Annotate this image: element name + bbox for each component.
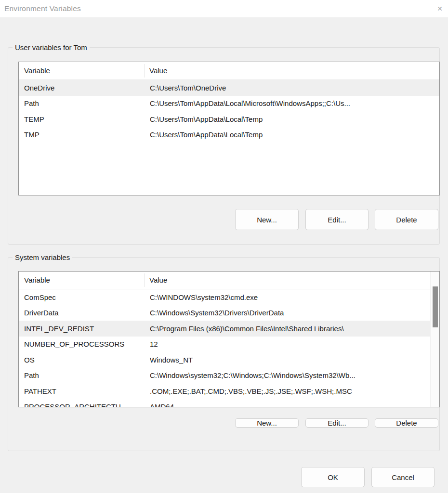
system-edit-button[interactable]: Edit... — [305, 418, 369, 428]
environment-variables-dialog: { "window": { "title": "Environment Vari… — [0, 0, 448, 493]
value-cell: C:\WINDOWS\system32\cmd.exe — [145, 293, 439, 301]
column-header-variable: Variable — [24, 66, 50, 75]
table-row[interactable]: ComSpec C:\WINDOWS\system32\cmd.exe — [19, 289, 439, 305]
variable-cell: DriverData — [19, 309, 145, 317]
value-cell: C:\Users\Tom\AppData\Local\Temp — [145, 130, 439, 139]
system-variables-label: System variables — [13, 252, 72, 262]
value-cell: C:\Windows\System32\Drivers\DriverData — [145, 309, 439, 317]
system-new-button[interactable]: New... — [235, 418, 299, 428]
variable-cell: NUMBER_OF_PROCESSORS — [19, 340, 145, 348]
table-row[interactable]: PATHEXT .COM;.EXE;.BAT;.CMD;.VBS;.VBE;.J… — [19, 383, 439, 399]
system-delete-button[interactable]: Delete — [375, 418, 438, 428]
table-row[interactable]: NUMBER_OF_PROCESSORS 12 — [19, 337, 439, 352]
value-cell: 12 — [145, 340, 439, 348]
table-row[interactable]: Path C:\Users\Tom\AppData\Local\Microsof… — [19, 96, 439, 112]
user-variables-label: User variables for Tom — [13, 42, 90, 52]
value-cell: C:\Windows\system32;C:\Windows;C:\Window… — [145, 371, 439, 379]
user-new-button[interactable]: New... — [235, 209, 299, 230]
value-cell: .COM;.EXE;.BAT;.CMD;.VBS;.VBE;.JS;.JSE;.… — [145, 387, 439, 395]
table-row[interactable]: PROCESSOR_ARCHITECTU... AMD64 — [19, 399, 439, 408]
value-cell: AMD64 — [145, 402, 439, 407]
column-header-value: Value — [149, 276, 167, 284]
system-variables-groupbox: System variables Variable Value ComSpec … — [8, 257, 440, 451]
variable-cell: Path — [19, 99, 145, 107]
variable-cell: PROCESSOR_ARCHITECTU... — [19, 402, 145, 407]
table-row[interactable]: INTEL_DEV_REDIST C:\Program Files (x86)\… — [19, 321, 439, 337]
variable-cell: Path — [19, 371, 145, 379]
variable-cell: TMP — [19, 130, 145, 139]
variable-cell: OS — [19, 356, 145, 364]
table-row[interactable]: OS Windows_NT — [19, 352, 439, 368]
cancel-button[interactable]: Cancel — [371, 467, 435, 487]
table-row[interactable]: OneDrive C:\Users\Tom\OneDrive — [19, 80, 439, 96]
table-row[interactable]: TEMP C:\Users\Tom\AppData\Local\Temp — [19, 111, 439, 127]
variable-cell: INTEL_DEV_REDIST — [19, 324, 145, 333]
variable-cell: PATHEXT — [19, 387, 145, 395]
close-button[interactable]: ✕ — [432, 0, 448, 17]
table-header: Variable Value — [19, 272, 439, 289]
ok-button[interactable]: OK — [301, 467, 365, 487]
window-title: Environment Variables — [4, 0, 81, 17]
column-header-variable: Variable — [24, 276, 50, 284]
scrollbar-thumb[interactable] — [433, 286, 438, 327]
table-header: Variable Value — [19, 62, 439, 80]
variable-cell: ComSpec — [19, 293, 145, 301]
system-variables-table[interactable]: Variable Value ComSpec C:\WINDOWS\system… — [18, 271, 440, 407]
variable-cell: TEMP — [19, 115, 145, 123]
table-row[interactable]: TMP C:\Users\Tom\AppData\Local\Temp — [19, 127, 439, 143]
table-row[interactable]: DriverData C:\Windows\System32\Drivers\D… — [19, 305, 439, 321]
user-variables-groupbox: User variables for Tom Variable Value On… — [8, 47, 440, 245]
value-cell: Windows_NT — [145, 356, 439, 364]
variable-cell: OneDrive — [19, 84, 145, 92]
user-variables-table[interactable]: Variable Value OneDrive C:\Users\Tom\One… — [18, 62, 440, 195]
vertical-scrollbar[interactable] — [430, 272, 439, 407]
column-header-value: Value — [149, 66, 167, 75]
value-cell: C:\Users\Tom\OneDrive — [145, 84, 439, 92]
value-cell: C:\Program Files (x86)\Common Files\Inte… — [145, 324, 439, 333]
user-delete-button[interactable]: Delete — [375, 209, 438, 230]
titlebar: Environment Variables ✕ — [0, 0, 448, 17]
value-cell: C:\Users\Tom\AppData\Local\Microsoft\Win… — [145, 99, 439, 107]
table-row[interactable]: Path C:\Windows\system32;C:\Windows;C:\W… — [19, 368, 439, 384]
close-icon: ✕ — [437, 5, 443, 13]
user-edit-button[interactable]: Edit... — [305, 209, 369, 230]
value-cell: C:\Users\Tom\AppData\Local\Temp — [145, 115, 439, 123]
